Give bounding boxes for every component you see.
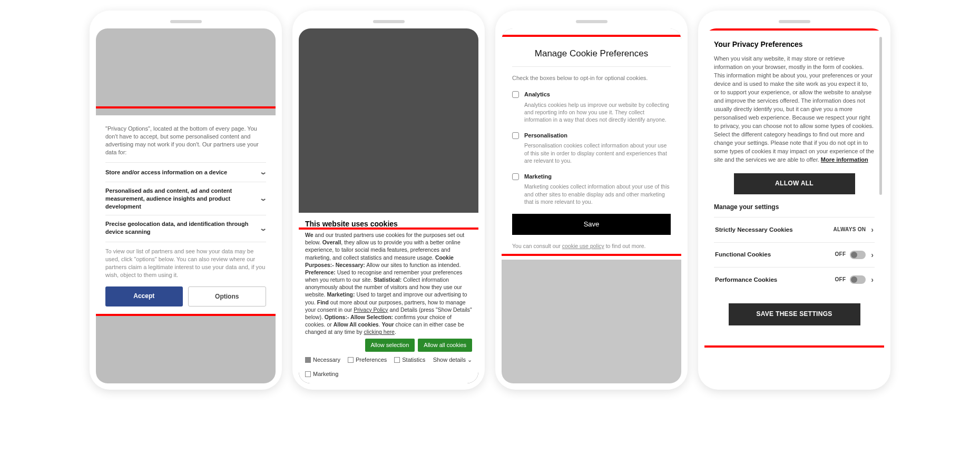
speaker-slot — [779, 20, 810, 23]
modal-intro: Check the boxes below to opt-in for opti… — [512, 74, 671, 82]
modal-body: When you visit any website, it may store… — [714, 55, 875, 164]
consent-modal-2: This website uses cookies We and our tru… — [299, 213, 478, 383]
row-state: ALWAYS ON — [834, 226, 866, 234]
statistics-checkbox[interactable]: Statistics — [394, 356, 425, 364]
screen-4: Your Privacy Preferences When you visit … — [704, 28, 884, 383]
phone-frame-3: Manage Cookie Preferences Check the boxe… — [495, 11, 688, 390]
row-label: Performance Cookies — [715, 275, 777, 284]
preferences-checkbox[interactable]: Preferences — [348, 356, 387, 364]
category-desc: Marketing cookies collect information ab… — [524, 183, 671, 205]
allow-all-button[interactable]: ALLOW ALL — [734, 173, 855, 194]
row-label: Functional Cookies — [715, 250, 771, 259]
clicking-here-link[interactable]: clicking here — [364, 329, 395, 335]
analytics-checkbox[interactable]: Analytics — [512, 91, 671, 98]
row-functional[interactable]: Functional Cookies OFF › — [714, 242, 875, 267]
purpose-label: Store and/or access information on a dev… — [105, 169, 260, 176]
modal-body: We and our trusted partners use cookies … — [305, 231, 472, 335]
save-button[interactable]: Save — [512, 214, 671, 235]
checkbox-icon — [394, 357, 400, 363]
personalisation-checkbox[interactable]: Personalisation — [512, 132, 671, 140]
row-strictly-necessary[interactable]: Strictly Necessary Cookies ALWAYS ON › — [714, 217, 875, 242]
chevron-right-icon: › — [871, 274, 874, 285]
chevron-right-icon: › — [871, 224, 874, 235]
checkbox-icon — [305, 357, 311, 363]
toggle-knob — [851, 276, 857, 283]
cookie-policy-link[interactable]: cookie use policy — [562, 243, 604, 249]
purpose-row-2[interactable]: Precise geolocation data, and identifica… — [105, 215, 266, 241]
speaker-slot — [576, 20, 607, 23]
row-label: Strictly Necessary Cookies — [715, 225, 793, 234]
modal-footer: You can consult our cookie use policy to… — [512, 242, 671, 250]
row-performance[interactable]: Performance Cookies OFF › — [714, 267, 875, 292]
checkbox-icon — [348, 357, 354, 363]
modal-title: This website uses cookies — [305, 219, 472, 229]
toggle-switch[interactable] — [850, 275, 866, 284]
privacy-policy-link[interactable]: Privacy Policy — [354, 306, 388, 313]
screen-1: "Privacy Options", located at the bottom… — [96, 28, 276, 383]
screen-2: This website uses cookies We and our tru… — [299, 28, 478, 383]
manage-settings-heading: Manage your settings — [714, 203, 875, 212]
consent-modal-1: "Privacy Options", located at the bottom… — [96, 115, 276, 314]
accept-button[interactable]: Accept — [105, 286, 183, 306]
modal-footer-text: To view our list of partners and see how… — [105, 242, 266, 279]
checkbox-icon — [512, 173, 519, 180]
speaker-slot — [170, 20, 202, 23]
phone-frame-4: Your Privacy Preferences When you visit … — [698, 11, 890, 390]
phone-frame-1: "Privacy Options", located at the bottom… — [90, 11, 282, 390]
purpose-row-1[interactable]: Personalised ads and content, ad and con… — [105, 182, 266, 215]
save-settings-button[interactable]: SAVE THESE SETTINGS — [729, 303, 860, 325]
category-desc: Analytics cookies help us improve our we… — [524, 101, 671, 124]
toggle-knob — [851, 252, 857, 258]
chevron-down-icon: ⌄ — [259, 224, 267, 233]
row-state: OFF — [835, 251, 846, 259]
screen-3: Manage Cookie Preferences Check the boxe… — [502, 28, 681, 383]
row-state: OFF — [835, 276, 846, 284]
more-info-link[interactable]: More information — [821, 156, 868, 163]
show-details-button[interactable]: Show details⌄ — [433, 356, 472, 364]
category-analytics: Analytics Analytics cookies help us impr… — [512, 91, 671, 123]
checkbox-icon — [512, 132, 519, 139]
chevron-down-icon: ⌄ — [467, 356, 472, 364]
allow-selection-button[interactable]: Allow selection — [365, 339, 415, 352]
modal-intro: "Privacy Options", located at the bottom… — [105, 125, 266, 156]
category-marketing: Marketing Marketing cookies collect info… — [512, 173, 671, 205]
marketing-checkbox[interactable]: Marketing — [305, 370, 472, 378]
purpose-label: Personalised ads and content, ad and con… — [105, 187, 260, 211]
consent-modal-3: Manage Cookie Preferences Check the boxe… — [502, 39, 681, 260]
button-row: Accept Options — [105, 286, 266, 306]
checkbox-row: Necessary Preferences Statistics Show de… — [305, 356, 472, 378]
marketing-checkbox[interactable]: Marketing — [512, 173, 671, 181]
checkbox-icon — [512, 91, 519, 98]
necessary-checkbox[interactable]: Necessary — [305, 356, 340, 364]
modal-title: Your Privacy Preferences — [714, 39, 875, 50]
button-row: Allow selection Allow all cookies — [305, 339, 472, 352]
modal-title: Manage Cookie Preferences — [512, 47, 671, 67]
scrollbar[interactable] — [879, 37, 882, 195]
options-button[interactable]: Options — [188, 286, 267, 306]
page-header-bar — [502, 28, 681, 39]
purpose-row-0[interactable]: Store and/or access information on a dev… — [105, 162, 266, 182]
phone-frame-2: This website uses cookies We and our tru… — [292, 11, 485, 390]
chevron-down-icon: ⌄ — [259, 194, 267, 203]
chevron-right-icon: › — [871, 250, 874, 260]
speaker-slot — [373, 20, 405, 23]
checkbox-icon — [305, 371, 311, 377]
consent-modal-4: Your Privacy Preferences When you visit … — [704, 28, 884, 335]
purpose-label: Precise geolocation data, and identifica… — [105, 220, 260, 236]
category-personalisation: Personalisation Personalisation cookies … — [512, 132, 671, 164]
chevron-down-icon: ⌄ — [259, 167, 267, 177]
toggle-switch[interactable] — [850, 251, 866, 259]
allow-all-button[interactable]: Allow all cookies — [418, 339, 472, 352]
category-desc: Personalisation cookies collect informat… — [524, 142, 671, 164]
